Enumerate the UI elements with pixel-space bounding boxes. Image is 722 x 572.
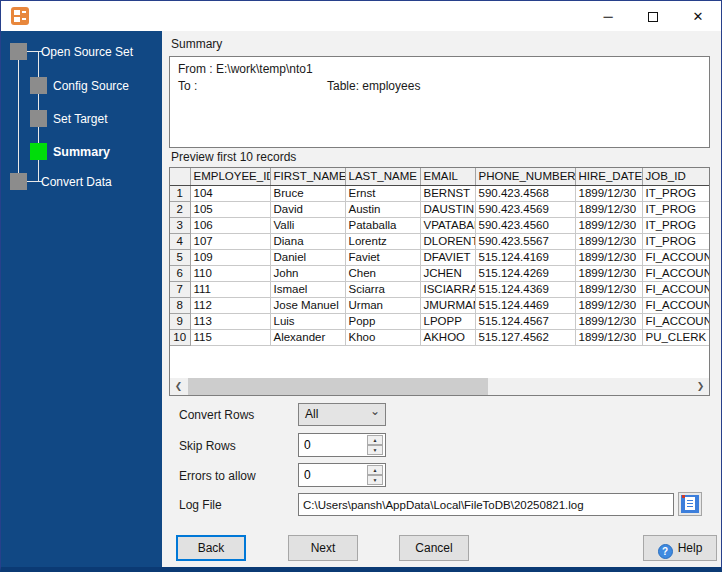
- table-row[interactable]: 5109DanielFavietDFAVIET515.124.41691899/…: [170, 249, 710, 265]
- table-cell: 515.124.4469: [475, 297, 575, 313]
- help-button[interactable]: ?Help: [643, 535, 717, 561]
- table-cell: 113: [190, 313, 270, 329]
- horizontal-scrollbar[interactable]: ❮ ❯: [170, 378, 709, 395]
- table-cell: Ismael: [270, 281, 345, 297]
- table-cell: VPATABAL: [420, 217, 475, 233]
- errors-to-allow-stepper: ▲ ▼: [298, 463, 386, 487]
- back-button[interactable]: Back: [176, 535, 246, 561]
- scrollbar-thumb[interactable]: [188, 378, 488, 395]
- wizard-step-open-source-set: Open Source Set: [10, 43, 133, 60]
- table-row[interactable]: 1104BruceErnstBERNST590.423.45681899/12/…: [170, 185, 710, 201]
- table-cell: 1899/12/30: [575, 281, 642, 297]
- table-cell: Popp: [345, 313, 420, 329]
- column-header-email[interactable]: EMAIL: [420, 168, 475, 185]
- table-row[interactable]: 2105DavidAustinDAUSTIN590.423.45691899/1…: [170, 201, 710, 217]
- row-number-cell: 7: [170, 281, 190, 297]
- table-cell: Bruce: [270, 185, 345, 201]
- wizard-step-label: Set Target: [47, 112, 107, 126]
- table-row[interactable]: 6110JohnChenJCHEN515.124.42691899/12/30F…: [170, 265, 710, 281]
- preview-grid-container: EMPLOYEE_IDFIRST_NAMELAST_NAMEEMAILPHONE…: [169, 167, 710, 396]
- scroll-left-icon[interactable]: ❮: [170, 378, 187, 395]
- spin-down-icon[interactable]: ▼: [367, 445, 383, 455]
- column-header-last_name[interactable]: LAST_NAME: [345, 168, 420, 185]
- main-panel: Summary From : E:\work\temp\nto1 To : Ta…: [163, 31, 721, 568]
- table-cell: FI_ACCOUNT: [642, 249, 710, 265]
- table-row[interactable]: 10115AlexanderKhooAKHOO515.127.45621899/…: [170, 329, 710, 345]
- column-header-employee_id[interactable]: EMPLOYEE_ID: [190, 168, 270, 185]
- column-header-job_id[interactable]: JOB_ID: [642, 168, 710, 185]
- column-header-hire_date[interactable]: HIRE_DATE: [575, 168, 642, 185]
- table-cell: 1899/12/30: [575, 201, 642, 217]
- title-bar: ─ ✕: [1, 1, 721, 31]
- table-cell: 515.124.4269: [475, 265, 575, 281]
- table-row[interactable]: 4107DianaLorentzDLORENTZ590.423.55671899…: [170, 233, 710, 249]
- row-number-cell: 10: [170, 329, 190, 345]
- table-cell: 590.423.4569: [475, 201, 575, 217]
- chevron-down-icon: ⌄: [370, 401, 380, 422]
- table-cell: 1899/12/30: [575, 329, 642, 345]
- table-cell: Lorentz: [345, 233, 420, 249]
- spin-down-icon[interactable]: ▼: [367, 475, 383, 485]
- table-cell: 515.124.4567: [475, 313, 575, 329]
- wizard-window: ─ ✕ Open Source SetConfig SourceSet Targ…: [0, 0, 722, 572]
- table-cell: JCHEN: [420, 265, 475, 281]
- row-number-cell: 3: [170, 217, 190, 233]
- preview-label: Preview first 10 records: [171, 150, 296, 164]
- table-cell: IT_PROG: [642, 233, 710, 249]
- table-row[interactable]: 3106ValliPataballaVPATABAL590.423.456018…: [170, 217, 710, 233]
- wizard-steps-sidebar: Open Source SetConfig SourceSet TargetSu…: [1, 31, 162, 568]
- table-cell: IT_PROG: [642, 201, 710, 217]
- step-square-icon: [30, 110, 47, 127]
- wizard-step-config-source: Config Source: [30, 77, 129, 94]
- table-cell: 109: [190, 249, 270, 265]
- table-cell: Pataballa: [345, 217, 420, 233]
- next-button[interactable]: Next: [288, 535, 358, 561]
- table-cell: Khoo: [345, 329, 420, 345]
- step-square-icon: [30, 77, 47, 94]
- summary-section-label: Summary: [171, 37, 222, 51]
- errors-to-allow-input[interactable]: [299, 464, 365, 486]
- skip-rows-input[interactable]: [299, 434, 365, 456]
- log-file-view-button[interactable]: [678, 492, 702, 516]
- table-cell: Valli: [270, 217, 345, 233]
- preview-table[interactable]: EMPLOYEE_IDFIRST_NAMELAST_NAMEEMAILPHONE…: [170, 168, 710, 346]
- table-cell: John: [270, 265, 345, 281]
- table-row[interactable]: 9113LuisPoppLPOPP515.124.45671899/12/30F…: [170, 313, 710, 329]
- table-row[interactable]: 7111IsmaelSciarraISCIARRA515.124.4369189…: [170, 281, 710, 297]
- convert-rows-label: Convert Rows: [179, 408, 254, 422]
- cancel-button[interactable]: Cancel: [399, 535, 469, 561]
- scroll-right-icon[interactable]: ❯: [692, 378, 709, 395]
- skip-rows-stepper: ▲ ▼: [298, 433, 386, 457]
- step-active-square-icon: [30, 143, 47, 160]
- table-cell: 590.423.4560: [475, 217, 575, 233]
- table-cell: 515.124.4369: [475, 281, 575, 297]
- convert-rows-value: All: [305, 407, 318, 421]
- skip-rows-label: Skip Rows: [179, 439, 236, 453]
- table-cell: IT_PROG: [642, 185, 710, 201]
- row-number-cell: 8: [170, 297, 190, 313]
- table-cell: Faviet: [345, 249, 420, 265]
- spin-up-icon[interactable]: ▲: [367, 465, 383, 475]
- table-cell: Jose Manuel: [270, 297, 345, 313]
- errors-to-allow-label: Errors to allow: [179, 469, 256, 483]
- table-cell: 111: [190, 281, 270, 297]
- minimize-icon[interactable]: ─: [593, 5, 623, 29]
- wizard-step-label: Config Source: [47, 79, 129, 93]
- document-icon: [681, 495, 699, 513]
- column-header-phone_number[interactable]: PHONE_NUMBER: [475, 168, 575, 185]
- help-button-label: Help: [678, 541, 703, 555]
- column-header-first_name[interactable]: FIRST_NAME: [270, 168, 345, 185]
- table-cell: Ernst: [345, 185, 420, 201]
- step-square-icon: [10, 43, 27, 60]
- table-row[interactable]: 8112Jose ManuelUrmanJMURMAN515.124.44691…: [170, 297, 710, 313]
- spin-up-icon[interactable]: ▲: [367, 435, 383, 445]
- log-file-input[interactable]: [298, 493, 674, 516]
- maximize-icon[interactable]: [638, 5, 668, 29]
- table-cell: 110: [190, 265, 270, 281]
- table-cell: FI_ACCOUNT: [642, 313, 710, 329]
- convert-rows-select[interactable]: All ⌄: [298, 403, 386, 426]
- wizard-step-label: Open Source Set: [27, 45, 133, 59]
- close-icon[interactable]: ✕: [683, 5, 713, 29]
- table-cell: 115: [190, 329, 270, 345]
- table-cell: BERNST: [420, 185, 475, 201]
